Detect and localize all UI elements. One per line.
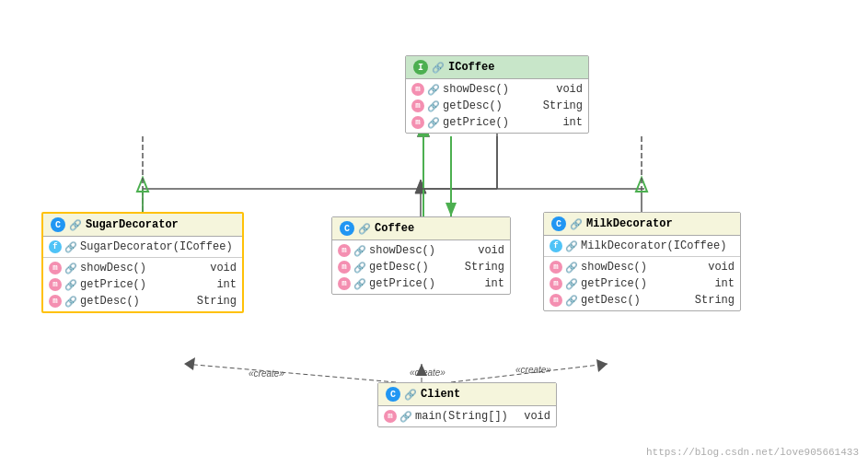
- client-method-1: m 🔗 main(String[]) void: [378, 408, 556, 425]
- svg-marker-17: [446, 203, 457, 216]
- milk-name: MilkDecorator: [586, 217, 673, 230]
- icoffee-link-icon: 🔗: [432, 62, 445, 74]
- svg-line-23: [451, 364, 608, 382]
- method-name: getDesc(): [443, 99, 540, 112]
- coffee-methods: m 🔗 showDesc() void m 🔗 getDesc() String…: [332, 240, 510, 294]
- sugar-header: C 🔗 SugarDecorator: [43, 214, 242, 237]
- coffee-method-1: m 🔗 showDesc() void: [332, 242, 510, 259]
- milk-method-2: m 🔗 getPrice() int: [544, 275, 740, 292]
- client-header: C 🔗 Client: [378, 383, 556, 406]
- coffee-badge: C: [340, 221, 354, 236]
- method-name: showDesc(): [443, 83, 553, 96]
- icoffee-badge: I: [413, 60, 428, 75]
- method-badge: m: [411, 83, 424, 96]
- method-type: void: [556, 83, 583, 96]
- milk-method-3: m 🔗 getDesc() String: [544, 292, 740, 309]
- svg-marker-15: [636, 178, 647, 192]
- client-methods: m 🔗 main(String[]) void: [378, 406, 556, 426]
- coffee-box: C 🔗 Coffee m 🔗 showDesc() void m 🔗 getDe…: [331, 216, 511, 295]
- svg-marker-20: [184, 357, 195, 370]
- icoffee-name: ICoffee: [448, 61, 494, 74]
- coffee-method-3: m 🔗 getPrice() int: [332, 275, 510, 292]
- icoffee-methods: m 🔗 showDesc() void m 🔗 getDesc() String…: [406, 79, 588, 133]
- icoffee-header: I 🔗 ICoffee: [406, 56, 588, 79]
- svg-marker-22: [416, 364, 427, 376]
- icoffee-method-2: m 🔗 getDesc() String: [406, 98, 588, 114]
- sugar-method-3: m 🔗 getDesc() String: [43, 293, 242, 309]
- svg-line-19: [184, 364, 396, 382]
- method-badge: m: [411, 116, 424, 129]
- watermark: https://blog.csdn.net/love905661433: [646, 447, 859, 458]
- diagram-canvas: «create» «create» «create» I 🔗 ICoffee m…: [0, 0, 868, 467]
- coffee-header: C 🔗 Coffee: [332, 217, 510, 240]
- milk-decorator-box: C 🔗 MilkDecorator f 🔗 MilkDecorator(ICof…: [543, 212, 741, 311]
- client-name: Client: [421, 388, 460, 401]
- coffee-method-2: m 🔗 getDesc() String: [332, 259, 510, 275]
- sugar-method-2: m 🔗 getPrice() int: [43, 276, 242, 293]
- sugar-method-1: m 🔗 showDesc() void: [43, 260, 242, 276]
- sugar-methods: m 🔗 showDesc() void m 🔗 getPrice() int m…: [43, 258, 242, 311]
- milk-methods: m 🔗 showDesc() void m 🔗 getPrice() int m…: [544, 257, 740, 310]
- sugar-constructor: f 🔗 SugarDecorator(ICoffee): [43, 239, 242, 255]
- method-type: int: [562, 116, 583, 129]
- milk-header: C 🔗 MilkDecorator: [544, 213, 740, 236]
- sugar-constructor-section: f 🔗 SugarDecorator(ICoffee): [43, 237, 242, 258]
- milk-constructor-section: f 🔗 MilkDecorator(ICoffee): [544, 236, 740, 257]
- svg-text:«create»: «create»: [249, 368, 284, 379]
- icoffee-method-3: m 🔗 getPrice() int: [406, 114, 588, 131]
- method-name: getPrice(): [443, 116, 560, 129]
- milk-constructor: f 🔗 MilkDecorator(ICoffee): [544, 238, 740, 254]
- milk-method-1: m 🔗 showDesc() void: [544, 259, 740, 275]
- sugar-decorator-box: C 🔗 SugarDecorator f 🔗 SugarDecorator(IC…: [41, 212, 244, 313]
- icoffee-box: I 🔗 ICoffee m 🔗 showDesc() void m 🔗 getD…: [405, 55, 589, 134]
- method-type: String: [543, 99, 583, 112]
- svg-text:«create»: «create»: [515, 365, 551, 375]
- coffee-name: Coffee: [375, 222, 414, 235]
- sugar-name: SugarDecorator: [86, 218, 179, 231]
- svg-marker-24: [596, 359, 608, 372]
- icoffee-method-1: m 🔗 showDesc() void: [406, 81, 588, 98]
- svg-marker-13: [137, 178, 148, 192]
- svg-marker-1: [415, 180, 426, 193]
- client-box: C 🔗 Client m 🔗 main(String[]) void: [377, 382, 557, 427]
- method-badge: m: [411, 99, 424, 112]
- svg-text:«create»: «create»: [410, 368, 446, 378]
